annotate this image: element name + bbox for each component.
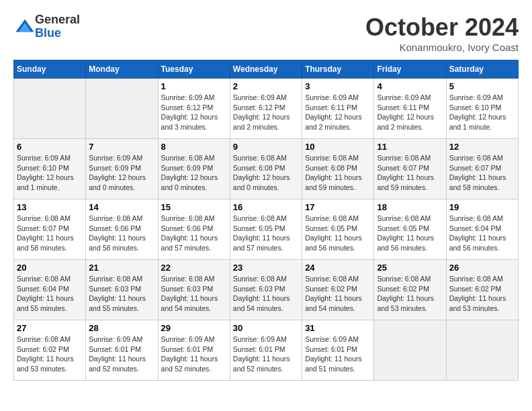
calendar-cell: 24Sunrise: 6:08 AM Sunset: 6:02 PM Dayli…: [302, 260, 374, 320]
day-info: Sunrise: 6:09 AM Sunset: 6:11 PM Dayligh…: [305, 93, 371, 132]
day-info: Sunrise: 6:08 AM Sunset: 6:03 PM Dayligh…: [233, 274, 299, 314]
day-info: Sunrise: 6:09 AM Sunset: 6:01 PM Dayligh…: [89, 334, 154, 374]
day-number: 11: [377, 142, 443, 152]
day-info: Sunrise: 6:08 AM Sunset: 6:09 PM Dayligh…: [161, 153, 227, 193]
header-saturday: Saturday: [446, 60, 518, 79]
calendar-cell: 25Sunrise: 6:08 AM Sunset: 6:02 PM Dayli…: [374, 260, 446, 320]
logo-general: General: [35, 13, 80, 26]
calendar-cell: 26Sunrise: 6:08 AM Sunset: 6:02 PM Dayli…: [446, 260, 518, 320]
day-info: Sunrise: 6:08 AM Sunset: 6:07 PM Dayligh…: [377, 153, 443, 193]
calendar-cell: 13Sunrise: 6:08 AM Sunset: 6:07 PM Dayli…: [14, 199, 86, 260]
logo-blue: Blue: [35, 26, 61, 40]
day-info: Sunrise: 6:08 AM Sunset: 6:02 PM Dayligh…: [305, 274, 371, 314]
logo-icon: [15, 17, 35, 37]
day-number: 18: [377, 202, 443, 212]
calendar-cell: 10Sunrise: 6:08 AM Sunset: 6:08 PM Dayli…: [302, 139, 374, 199]
calendar-cell: 27Sunrise: 6:08 AM Sunset: 6:02 PM Dayli…: [14, 320, 86, 381]
day-number: 28: [89, 323, 154, 333]
day-number: 22: [161, 263, 227, 273]
day-info: Sunrise: 6:08 AM Sunset: 6:05 PM Dayligh…: [377, 214, 443, 253]
calendar-cell: [86, 79, 158, 139]
calendar-cell: 6Sunrise: 6:09 AM Sunset: 6:10 PM Daylig…: [14, 139, 86, 199]
day-number: 1: [161, 81, 227, 91]
day-number: 31: [305, 323, 371, 333]
day-info: Sunrise: 6:08 AM Sunset: 6:04 PM Dayligh…: [17, 274, 83, 314]
day-number: 19: [449, 202, 515, 212]
day-number: 5: [449, 81, 515, 91]
day-info: Sunrise: 6:08 AM Sunset: 6:05 PM Dayligh…: [305, 214, 371, 253]
calendar-header-row: SundayMondayTuesdayWednesdayThursdayFrid…: [14, 60, 519, 79]
calendar-cell: [14, 79, 86, 139]
month-title: October 2024: [365, 13, 519, 42]
calendar-cell: 19Sunrise: 6:08 AM Sunset: 6:04 PM Dayli…: [446, 199, 518, 260]
calendar-cell: 12Sunrise: 6:08 AM Sunset: 6:07 PM Dayli…: [446, 139, 518, 199]
day-number: 13: [17, 202, 83, 212]
day-info: Sunrise: 6:08 AM Sunset: 6:02 PM Dayligh…: [377, 274, 443, 314]
calendar-cell: 7Sunrise: 6:09 AM Sunset: 6:09 PM Daylig…: [86, 139, 158, 199]
title-block: October 2024 Konanmoukro, Ivory Coast: [365, 13, 519, 53]
calendar-cell: 1Sunrise: 6:09 AM Sunset: 6:12 PM Daylig…: [158, 79, 230, 139]
day-number: 14: [89, 202, 154, 212]
day-number: 6: [17, 142, 83, 152]
day-info: Sunrise: 6:09 AM Sunset: 6:01 PM Dayligh…: [161, 334, 227, 374]
header-tuesday: Tuesday: [158, 60, 230, 79]
calendar-cell: 16Sunrise: 6:08 AM Sunset: 6:05 PM Dayli…: [230, 199, 302, 260]
day-number: 30: [233, 323, 299, 333]
day-number: 7: [89, 142, 154, 152]
calendar-cell: 8Sunrise: 6:08 AM Sunset: 6:09 PM Daylig…: [158, 139, 230, 199]
header-sunday: Sunday: [14, 60, 86, 79]
day-info: Sunrise: 6:08 AM Sunset: 6:06 PM Dayligh…: [161, 214, 227, 253]
day-number: 21: [89, 263, 154, 273]
day-info: Sunrise: 6:08 AM Sunset: 6:07 PM Dayligh…: [17, 214, 83, 253]
day-number: 23: [233, 263, 299, 273]
day-number: 25: [377, 263, 443, 273]
day-number: 9: [233, 142, 299, 152]
day-info: Sunrise: 6:09 AM Sunset: 6:12 PM Dayligh…: [161, 93, 227, 132]
calendar-cell: 30Sunrise: 6:09 AM Sunset: 6:01 PM Dayli…: [230, 320, 302, 381]
calendar-cell: 22Sunrise: 6:08 AM Sunset: 6:03 PM Dayli…: [158, 260, 230, 320]
header-wednesday: Wednesday: [230, 60, 302, 79]
calendar-cell: 18Sunrise: 6:08 AM Sunset: 6:05 PM Dayli…: [374, 199, 446, 260]
day-number: 29: [161, 323, 227, 333]
header-friday: Friday: [374, 60, 446, 79]
calendar-week-row: 1Sunrise: 6:09 AM Sunset: 6:12 PM Daylig…: [14, 79, 519, 139]
calendar-cell: 21Sunrise: 6:08 AM Sunset: 6:03 PM Dayli…: [86, 260, 158, 320]
day-info: Sunrise: 6:09 AM Sunset: 6:10 PM Dayligh…: [449, 93, 515, 132]
page-header: General Blue October 2024 Konanmoukro, I…: [13, 13, 519, 53]
logo-text: General Blue: [35, 13, 80, 40]
day-number: 3: [305, 81, 371, 91]
day-number: 16: [233, 202, 299, 212]
calendar-cell: [374, 320, 446, 381]
day-info: Sunrise: 6:08 AM Sunset: 6:05 PM Dayligh…: [233, 214, 299, 253]
calendar-cell: 5Sunrise: 6:09 AM Sunset: 6:10 PM Daylig…: [446, 79, 518, 139]
calendar-cell: 3Sunrise: 6:09 AM Sunset: 6:11 PM Daylig…: [302, 79, 374, 139]
calendar-cell: 15Sunrise: 6:08 AM Sunset: 6:06 PM Dayli…: [158, 199, 230, 260]
calendar-cell: 4Sunrise: 6:09 AM Sunset: 6:11 PM Daylig…: [374, 79, 446, 139]
logo: General Blue: [13, 13, 80, 40]
calendar-cell: 28Sunrise: 6:09 AM Sunset: 6:01 PM Dayli…: [86, 320, 158, 381]
calendar-cell: 14Sunrise: 6:08 AM Sunset: 6:06 PM Dayli…: [86, 199, 158, 260]
day-number: 8: [161, 142, 227, 152]
day-info: Sunrise: 6:08 AM Sunset: 6:04 PM Dayligh…: [449, 214, 515, 253]
day-number: 2: [233, 81, 299, 91]
day-info: Sunrise: 6:08 AM Sunset: 6:08 PM Dayligh…: [233, 153, 299, 193]
day-info: Sunrise: 6:09 AM Sunset: 6:01 PM Dayligh…: [305, 334, 371, 374]
day-number: 10: [305, 142, 371, 152]
day-number: 24: [305, 263, 371, 273]
day-number: 12: [449, 142, 515, 152]
day-info: Sunrise: 6:08 AM Sunset: 6:08 PM Dayligh…: [305, 153, 371, 193]
day-info: Sunrise: 6:09 AM Sunset: 6:10 PM Dayligh…: [17, 153, 83, 193]
calendar-cell: 9Sunrise: 6:08 AM Sunset: 6:08 PM Daylig…: [230, 139, 302, 199]
day-number: 26: [449, 263, 515, 273]
day-info: Sunrise: 6:08 AM Sunset: 6:03 PM Dayligh…: [89, 274, 154, 314]
calendar-week-row: 13Sunrise: 6:08 AM Sunset: 6:07 PM Dayli…: [14, 199, 519, 260]
calendar-cell: 11Sunrise: 6:08 AM Sunset: 6:07 PM Dayli…: [374, 139, 446, 199]
calendar-cell: 29Sunrise: 6:09 AM Sunset: 6:01 PM Dayli…: [158, 320, 230, 381]
day-info: Sunrise: 6:09 AM Sunset: 6:01 PM Dayligh…: [233, 334, 299, 374]
day-number: 17: [305, 202, 371, 212]
day-info: Sunrise: 6:08 AM Sunset: 6:07 PM Dayligh…: [449, 153, 515, 193]
day-info: Sunrise: 6:09 AM Sunset: 6:12 PM Dayligh…: [233, 93, 299, 132]
calendar-week-row: 20Sunrise: 6:08 AM Sunset: 6:04 PM Dayli…: [14, 260, 519, 320]
calendar-table: SundayMondayTuesdayWednesdayThursdayFrid…: [13, 60, 519, 381]
location-subtitle: Konanmoukro, Ivory Coast: [365, 42, 519, 53]
